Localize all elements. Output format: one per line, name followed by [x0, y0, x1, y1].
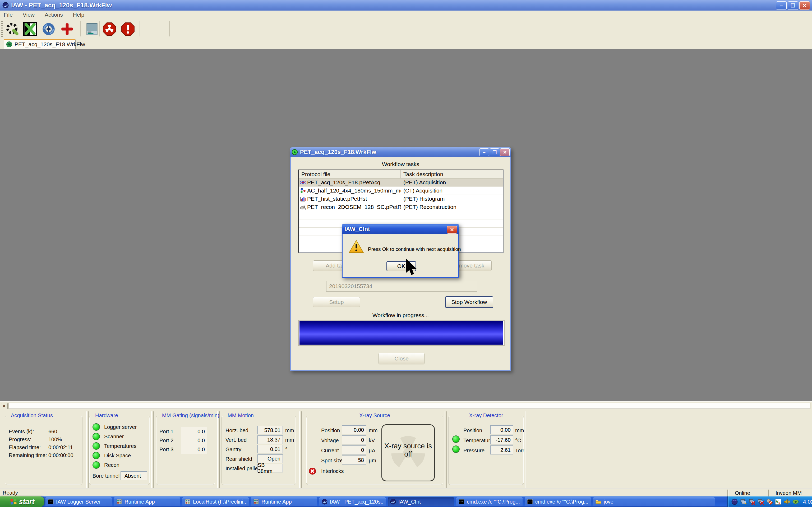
start-label: start	[19, 498, 35, 506]
app-grid-icon	[253, 499, 259, 505]
taskbar-item-jove-folder[interactable]: jove	[593, 498, 715, 506]
taskbar-item-iaw-main[interactable]: 2 IAW - PET_acq_120s...	[319, 498, 386, 506]
close-button[interactable]: ✕	[799, 1, 810, 10]
iaw-app-icon: 2	[2, 2, 9, 9]
dock-close-icon[interactable]: ×	[1, 403, 8, 409]
toolbar-separator	[140, 21, 140, 37]
pressure-led	[452, 446, 460, 453]
scanner-label: Scanner	[104, 434, 124, 440]
status-online: Online	[727, 490, 768, 496]
status-system: Inveon MM	[768, 490, 810, 496]
detector-temperature-value: -17.60	[490, 436, 513, 444]
remaining-label: Remaining time:	[9, 452, 47, 458]
dock-toolbar-strip	[8, 403, 810, 409]
error-stop-icon[interactable]	[121, 22, 135, 36]
tray-vnc-icon[interactable]: Vc	[775, 498, 781, 505]
bore-tunnel-value: Absent	[120, 471, 147, 480]
svg-text:2: 2	[392, 501, 394, 504]
dialog-close-button[interactable]: ✕	[500, 149, 510, 156]
dialog-restore-button[interactable]: ❐	[490, 149, 499, 156]
minimize-button[interactable]: –	[776, 1, 786, 10]
xray-detector-title: X-ray Detector	[467, 412, 505, 418]
orbit-target-icon[interactable]	[42, 22, 55, 36]
taskbar-item-runtime-app-2[interactable]: Runtime App	[251, 498, 317, 506]
events-label: Events (k):	[9, 429, 34, 435]
mouse-cursor	[405, 258, 420, 278]
taskbar-item-logger-server[interactable]: C:\ IAW Logger Server	[45, 498, 112, 506]
tray-disconnected-icon[interactable]	[757, 498, 764, 505]
tray-safely-remove-icon[interactable]	[766, 498, 773, 505]
ct-molecule-icon	[300, 187, 306, 194]
menu-help[interactable]: Help	[73, 12, 84, 18]
study-id-field[interactable]: 20190320155734	[326, 281, 477, 291]
column-header-protocol-file[interactable]: Protocol file	[299, 170, 401, 178]
dialog-minimize-button[interactable]: –	[479, 149, 489, 156]
tab-workflow[interactable]: PET_acq_120s_F18.WrkFlw	[4, 39, 75, 49]
window-titlebar: 2 IAW - PET_acq_120s_F18.WrkFlw – ❐ ✕	[0, 0, 812, 11]
tray-orb-icon[interactable]	[731, 498, 738, 505]
table-row[interactable]: PET_hist_static.pPetHst (PET) Histogram	[299, 195, 503, 203]
disk-space-label: Disk Space	[104, 453, 131, 459]
taskbar-item-cmd-1[interactable]: C:\ cmd.exe /c ""C:\Prog...	[456, 498, 522, 506]
hardware-panel: Hardware Logger server Scanner Temperatu…	[89, 416, 150, 485]
workflow-tasks-label: Workflow tasks	[291, 161, 510, 167]
remaining-value: 0:00:00:00	[48, 452, 73, 458]
xray-source-panel: X-ray Source Position 0.00 mm Voltage 0 …	[306, 416, 443, 485]
workspace: A PET_acq_120s_F18.WrkFlw – ❐ ✕ Workflow…	[0, 49, 812, 401]
taskbar-item-cmd-2[interactable]: C:\ cmd.exe /c ""C:\Prog...	[525, 498, 591, 506]
rear-shield-label: Rear shield	[225, 456, 252, 462]
tray-network-icon[interactable]	[740, 498, 747, 505]
tray-disconnected-icon[interactable]	[749, 498, 755, 505]
horz-bed-label: Horz. bed	[225, 428, 248, 434]
alert-close-button[interactable]: ✕	[447, 226, 457, 234]
excel-export-icon[interactable]	[23, 22, 37, 36]
recon-led	[93, 461, 100, 469]
mm-gating-panel: MM Gating (signals/min) Port 1 0.0 Port …	[156, 416, 215, 485]
table-row[interactable]: PET_acq_120s_F18.pPetAcq (PET) Acquisiti…	[299, 178, 503, 187]
svg-text:A: A	[293, 150, 296, 154]
menu-actions[interactable]: Actions	[45, 12, 63, 18]
atom-icon	[300, 179, 306, 186]
status-dock: × Acquisition Status Events (k): 660 Pro…	[0, 401, 812, 497]
folder-icon	[595, 499, 602, 505]
mm-motion-title: MM Motion	[225, 412, 256, 418]
refresh-spinner-icon[interactable]	[5, 22, 19, 36]
taskbar-clock: 4:02 PM	[803, 499, 812, 505]
dock-splitter	[86, 411, 89, 489]
add-plus-icon[interactable]	[60, 22, 74, 36]
svg-text:2: 2	[5, 4, 6, 7]
taskbar-item-runtime-app-1[interactable]: Runtime App	[114, 498, 180, 506]
menu-view[interactable]: View	[23, 12, 35, 18]
column-header-task-description[interactable]: Task description	[401, 170, 503, 178]
gantry-value: 0.01	[257, 445, 283, 453]
table-row[interactable]: PET_recon_2DOSEM_128_SC.pPetRcn (PET) Re…	[299, 203, 503, 211]
restore-button[interactable]: ❐	[788, 1, 798, 10]
rear-shield-value: Open	[257, 454, 283, 463]
stop-workflow-button[interactable]: Stop Workflow	[445, 296, 493, 308]
table-row[interactable]: AC_half_120_4x4_180ms_150mm_mouse.... (C…	[299, 187, 503, 195]
start-button[interactable]: start	[0, 496, 44, 507]
windows-flag-icon	[10, 498, 17, 505]
tray-display-icon[interactable]	[792, 498, 799, 505]
alert-dialog-titlebar: IAW_CInt	[342, 224, 459, 234]
window-title: IAW - PET_acq_120s_F18.WrkFlw	[11, 2, 112, 9]
setup-button[interactable]: Setup	[313, 297, 360, 307]
detector-position-label: Position	[463, 428, 482, 434]
voltage-label: Voltage	[321, 438, 339, 444]
close-workflow-button[interactable]: Close	[378, 353, 424, 364]
system-tray: Vc 4:02 PM	[727, 496, 812, 507]
menu-file[interactable]: File	[4, 12, 13, 18]
mm-gating-title: MM Gating (signals/min)	[160, 412, 221, 418]
elapsed-value: 0:00:02:11	[48, 444, 73, 450]
spot-size-value: 58	[342, 455, 366, 464]
progress-label: Progress:	[9, 437, 32, 443]
xray-off-indicator: X-ray source is off	[382, 425, 435, 482]
svg-text:C:\: C:\	[528, 500, 532, 503]
taskbar-item-iaw-clnt[interactable]: 2 IAW_CInt	[388, 498, 454, 506]
cmd-icon: C:\	[48, 499, 54, 505]
tray-volume-icon[interactable]	[783, 498, 790, 505]
taskbar-item-localhost[interactable]: LocalHost (F:\Preclini...	[183, 498, 249, 506]
log-notebook-icon[interactable]	[85, 22, 99, 36]
radiation-stop-icon[interactable]	[103, 22, 116, 36]
detector-pressure-label: Pressure	[463, 448, 485, 454]
